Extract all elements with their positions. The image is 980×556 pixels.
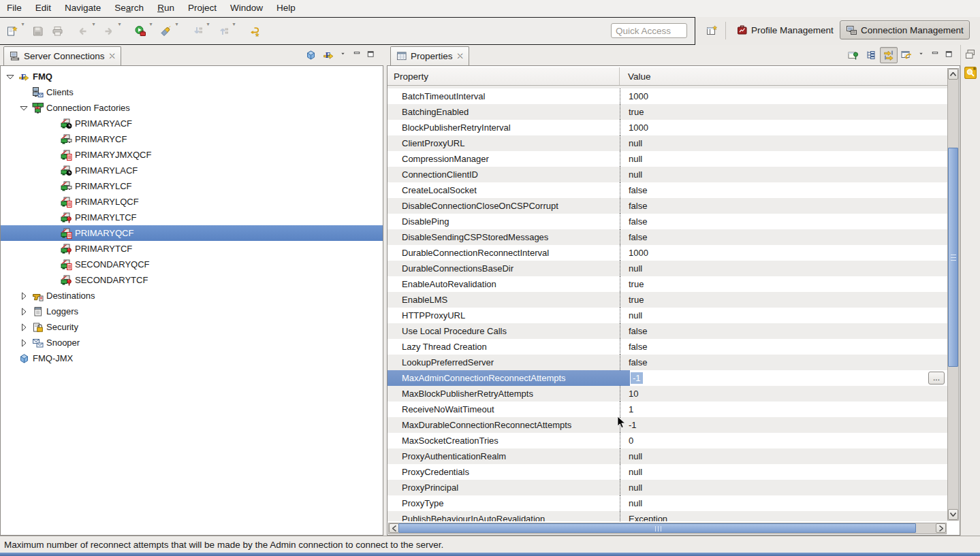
maximize-icon[interactable] <box>364 47 378 63</box>
tree-item-primarylqcf[interactable]: PRIMARYLQCF <box>1 194 383 210</box>
property-row-clientproxyurl[interactable]: ClientProxyURLnull <box>388 135 947 151</box>
property-row-connectionclientid[interactable]: ConnectionClientIDnull <box>388 167 947 182</box>
dropdown-chevron-icon[interactable]: ▾ <box>116 18 123 30</box>
new-wizard-button[interactable] <box>4 22 20 41</box>
minimize-icon[interactable] <box>351 47 364 63</box>
restore-default-value-icon[interactable] <box>898 47 915 63</box>
tree-item-primaryqcf[interactable]: PRIMARYQCF <box>1 225 383 241</box>
property-row-enablelms[interactable]: EnableLMStrue <box>388 292 947 308</box>
expander-open-icon[interactable] <box>5 71 16 82</box>
horizontal-scroll-thumb[interactable] <box>398 523 916 533</box>
tree-item-fmq-jmx[interactable]: FMQ-JMX <box>1 350 383 366</box>
menu-search[interactable]: Search <box>108 0 151 15</box>
scroll-down-icon[interactable] <box>948 509 958 520</box>
tree-item-clients[interactable]: Clients <box>1 84 383 100</box>
property-row-durableconnectionsbasedir[interactable]: DurableConnectionsBaseDirnull <box>388 261 947 276</box>
property-row-proxyprincipal[interactable]: ProxyPrincipalnull <box>388 480 947 495</box>
perspective-connection-management[interactable]: Connection Management <box>840 20 970 39</box>
column-header-value[interactable]: Value <box>620 67 947 85</box>
tree-item-secondaryqcf[interactable]: SECONDARYQCF <box>1 257 383 272</box>
property-row-enableautorevalidation[interactable]: EnableAutoRevalidationtrue <box>388 276 947 292</box>
property-row-proxytype[interactable]: ProxyTypenull <box>388 495 947 511</box>
dropdown-chevron-icon[interactable]: ▾ <box>205 18 211 30</box>
tree-item-primaryacf[interactable]: PRIMARYACF <box>1 116 383 131</box>
tree-item-destinations[interactable]: Destinations <box>1 288 383 304</box>
property-row-maxsocketcreationtries[interactable]: MaxSocketCreationTries0 <box>388 433 947 448</box>
property-row-disableconnectioncloseoncspcorrupt[interactable]: DisableConnectionCloseOnCSPCorruptfalse <box>388 198 947 214</box>
property-row-proxyauthenticationrealm[interactable]: ProxyAuthenticationRealmnull <box>388 448 947 464</box>
show-categories-icon[interactable] <box>862 47 880 63</box>
expander-closed-icon[interactable] <box>18 306 29 317</box>
restore-views-icon[interactable] <box>964 49 977 61</box>
tree-item-fmq[interactable]: FFMQ <box>1 69 383 84</box>
tree-item-connection-factories[interactable]: Connection Factories <box>1 100 383 116</box>
close-icon[interactable]: ⛌ <box>110 52 115 61</box>
property-row-compressionmanager[interactable]: CompressionManagernull <box>388 151 947 167</box>
tree-item-primaryltcf[interactable]: PRIMARYLTCF <box>1 210 383 225</box>
property-row-use-local-procedure-calls[interactable]: Use Local Procedure Callsfalse <box>388 323 947 339</box>
tab-server-connections[interactable]: Server Connections ⛌ <box>3 46 121 65</box>
tab-properties[interactable]: Properties ⛌ <box>390 46 469 65</box>
tree-item-primarycf[interactable]: PRIMARYCF <box>1 131 383 147</box>
tree-item-security[interactable]: Security <box>1 319 383 335</box>
menu-help[interactable]: Help <box>270 0 302 15</box>
fmq-filter-button[interactable]: F <box>319 47 337 63</box>
property-row-maxadminconnectionreconnectattempts[interactable]: MaxAdminConnectionReconnectAttempts...-1 <box>388 370 947 386</box>
minimize-icon[interactable] <box>929 47 943 63</box>
column-header-property[interactable]: Property <box>388 67 620 85</box>
view-menu-icon[interactable] <box>337 47 351 63</box>
last-edit-location-button[interactable] <box>247 22 262 41</box>
dropdown-chevron-icon[interactable]: ▾ <box>20 18 26 30</box>
menu-file[interactable]: File <box>0 0 29 15</box>
dropdown-chevron-icon[interactable]: ▾ <box>174 18 180 30</box>
scroll-left-icon[interactable] <box>389 523 399 533</box>
expander-open-icon[interactable] <box>18 103 29 114</box>
quick-access-input[interactable] <box>611 23 687 38</box>
property-row-publishbehaviourinautorevalidation[interactable]: PublishBehaviourInAutoRevalidationExcept… <box>388 511 947 521</box>
maximize-icon[interactable] <box>943 47 956 63</box>
property-row-lazy-thread-creation[interactable]: Lazy Thread Creationfalse <box>388 339 947 355</box>
expander-closed-icon[interactable] <box>18 338 29 348</box>
tree-item-primarylacf[interactable]: PRIMARYLACF <box>1 163 383 178</box>
menu-window[interactable]: Window <box>223 0 270 15</box>
show-advanced-properties-icon[interactable] <box>880 47 898 63</box>
dropdown-chevron-icon[interactable]: ▾ <box>231 18 237 30</box>
search-button[interactable] <box>158 22 174 41</box>
dropdown-chevron-icon[interactable]: ▾ <box>91 18 97 30</box>
tree-item-loggers[interactable]: Loggers <box>1 304 383 319</box>
close-icon[interactable]: ⛌ <box>458 52 463 61</box>
property-row-maxblockpublisherretryattempts[interactable]: MaxBlockPublisherRetryAttempts10 <box>388 386 947 402</box>
run-button[interactable] <box>132 22 148 41</box>
scroll-right-icon[interactable] <box>936 523 946 533</box>
tree-item-secondarytcf[interactable]: SECONDARYTCF <box>1 272 383 288</box>
tree-item-primarytcf[interactable]: PRIMARYTCF <box>1 241 383 257</box>
value-editor-browse-button[interactable]: ... <box>928 372 945 385</box>
tree-item-primaryjmxqcf[interactable]: PRIMARYJMXQCF <box>1 147 383 163</box>
view-menu-icon[interactable] <box>915 47 929 63</box>
menu-run[interactable]: Run <box>151 0 181 15</box>
property-row-httpproxyurl[interactable]: HTTPProxyURLnull <box>388 308 947 323</box>
vertical-scroll-thumb[interactable] <box>948 148 958 367</box>
property-row-maxdurableconnectionreconnectattempts[interactable]: MaxDurableConnectionReconnectAttempts-1 <box>388 417 947 433</box>
perspective-profile-management[interactable]: Profile Management <box>731 20 839 39</box>
property-row-disablesendingcspstoredmessages[interactable]: DisableSendingCSPStoredMessagesfalse <box>388 229 947 245</box>
property-row-receivenowaittimeout[interactable]: ReceiveNoWaitTimeout1 <box>388 402 947 417</box>
pin-to-selection-icon[interactable] <box>844 47 862 63</box>
value-editor-text[interactable]: -1 <box>631 372 643 384</box>
vertical-scrollbar[interactable] <box>947 68 959 521</box>
expander-closed-icon[interactable] <box>18 291 29 301</box>
menu-edit[interactable]: Edit <box>29 0 58 15</box>
horizontal-scrollbar[interactable] <box>388 523 947 534</box>
dropdown-chevron-icon[interactable]: ▾ <box>148 18 154 30</box>
property-row-blockpublisherretryinterval[interactable]: BlockPublisherRetryInterval1000 <box>388 120 947 135</box>
property-row-batchtimeoutinterval[interactable]: BatchTimeoutInterval1000 <box>388 88 947 104</box>
tree-item-primarylcf[interactable]: PRIMARYLCF <box>1 178 383 194</box>
property-row-batchingenabled[interactable]: BatchingEnabledtrue <box>388 104 947 120</box>
scroll-up-icon[interactable] <box>948 69 958 80</box>
menu-project[interactable]: Project <box>181 0 223 15</box>
menu-navigate[interactable]: Navigate <box>58 0 108 15</box>
property-row-durableconnectionreconnectinterval[interactable]: DurableConnectionReconnectInterval1000 <box>388 245 947 261</box>
property-row-disableping[interactable]: DisablePingfalse <box>388 214 947 229</box>
open-perspective-button[interactable] <box>704 22 720 39</box>
expander-closed-icon[interactable] <box>18 322 29 333</box>
